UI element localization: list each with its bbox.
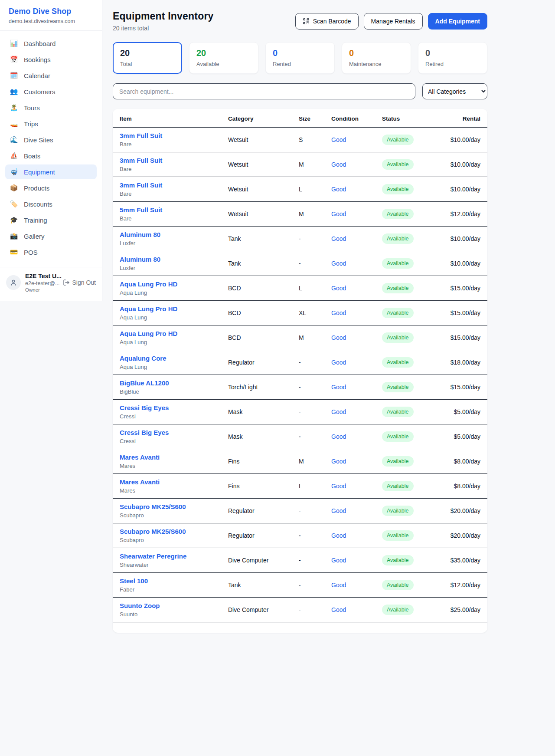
- stat-card-maintenance[interactable]: 0 Maintenance: [342, 42, 411, 74]
- item-rental: $8.00/day: [436, 474, 487, 499]
- item-condition[interactable]: Good: [331, 285, 346, 292]
- item-size: -: [292, 548, 324, 573]
- item-size: -: [292, 350, 324, 375]
- sidebar-item-calendar[interactable]: 🗓️ Calendar: [5, 68, 97, 83]
- sidebar-item-gallery[interactable]: 📸 Gallery: [5, 229, 97, 243]
- item-link[interactable]: Shearwater Peregrine: [120, 552, 214, 560]
- item-size: -: [292, 227, 324, 251]
- user-role: Owner: [25, 287, 59, 293]
- item-condition[interactable]: Good: [331, 235, 346, 242]
- item-condition[interactable]: Good: [331, 606, 346, 613]
- item-condition[interactable]: Good: [331, 458, 346, 465]
- item-condition[interactable]: Good: [331, 309, 346, 316]
- item-condition[interactable]: Good: [331, 532, 346, 539]
- item-brand: Mares: [120, 487, 214, 494]
- sidebar-item-tours[interactable]: 🏝️ Tours: [5, 100, 97, 115]
- manage-rentals-button[interactable]: Manage Rentals: [364, 13, 423, 30]
- item-link[interactable]: Aluminum 80: [120, 231, 214, 238]
- sidebar-item-bookings[interactable]: 📅 Bookings: [5, 52, 97, 67]
- item-size: -: [292, 573, 324, 598]
- item-category: Tank: [221, 573, 292, 598]
- item-brand: Luxfer: [120, 240, 214, 247]
- sidebar-item-customers[interactable]: 👥 Customers: [5, 84, 97, 99]
- item-condition[interactable]: Good: [331, 408, 346, 415]
- item-link[interactable]: Aqua Lung Pro HD: [120, 280, 214, 288]
- item-rental: $15.00/day: [436, 301, 487, 325]
- item-link[interactable]: Cressi Big Eyes: [120, 404, 214, 411]
- category-select[interactable]: All Categories: [422, 83, 487, 99]
- item-link[interactable]: 5mm Full Suit: [120, 206, 214, 214]
- stat-card-rented[interactable]: 0 Rented: [265, 42, 335, 74]
- item-brand: Suunto: [120, 611, 214, 618]
- sidebar-item-discounts[interactable]: 🏷️ Discounts: [5, 197, 97, 211]
- item-condition[interactable]: Good: [331, 210, 346, 217]
- item-link[interactable]: Aqua Lung Pro HD: [120, 305, 214, 312]
- status-badge: Available: [382, 580, 414, 590]
- barcode-icon: [303, 18, 310, 25]
- stat-card-retired[interactable]: 0 Retired: [418, 42, 487, 74]
- page-header-text: Equipment Inventory 20 items total: [113, 10, 214, 32]
- sidebar-item-dive-sites[interactable]: 🌊 Dive Sites: [5, 132, 97, 147]
- item-link[interactable]: Cressi Big Eyes: [120, 429, 214, 436]
- item-link[interactable]: 3mm Full Suit: [120, 181, 214, 189]
- table-row: Aluminum 80 Luxfer Tank - Good Available…: [113, 227, 487, 251]
- item-link[interactable]: Aqua Lung Pro HD: [120, 330, 214, 337]
- item-link[interactable]: Mares Avanti: [120, 454, 214, 461]
- sign-out-button[interactable]: Sign Out: [63, 279, 96, 286]
- stat-label: Rented: [273, 61, 327, 67]
- item-link[interactable]: Aqualung Core: [120, 355, 214, 362]
- stat-card-available[interactable]: 20 Available: [189, 42, 258, 74]
- item-link[interactable]: Mares Avanti: [120, 478, 214, 486]
- sidebar-item-pos[interactable]: 💳 POS: [5, 245, 97, 260]
- user-email: e2e-tester@...: [25, 280, 59, 286]
- search-input[interactable]: [113, 83, 415, 99]
- item-condition[interactable]: Good: [331, 557, 346, 564]
- user-box: E2E Test U... e2e-tester@... Owner Sign …: [0, 267, 102, 299]
- item-size: -: [292, 598, 324, 622]
- item-link[interactable]: 3mm Full Suit: [120, 132, 214, 139]
- scan-barcode-button[interactable]: Scan Barcode: [295, 13, 359, 30]
- item-brand: Luxfer: [120, 265, 214, 271]
- sidebar-item-dashboard[interactable]: 📊 Dashboard: [5, 36, 97, 51]
- item-link[interactable]: Aluminum 80: [120, 256, 214, 263]
- item-rental: $12.00/day: [436, 573, 487, 598]
- item-link[interactable]: Scubapro MK25/S600: [120, 528, 214, 535]
- add-equipment-button[interactable]: Add Equipment: [428, 13, 487, 30]
- sidebar-nav: 📊 Dashboard 📅 Bookings 🗓️ Calendar 👥 Cus…: [0, 31, 102, 264]
- item-condition[interactable]: Good: [331, 186, 346, 193]
- item-size: -: [292, 400, 324, 424]
- item-condition[interactable]: Good: [331, 384, 346, 391]
- item-condition[interactable]: Good: [331, 582, 346, 588]
- item-category: Torch/Light: [221, 375, 292, 400]
- table-row: Aluminum 80 Luxfer Tank - Good Available…: [113, 251, 487, 276]
- item-size: -: [292, 251, 324, 276]
- item-link[interactable]: 3mm Full Suit: [120, 157, 214, 164]
- item-condition[interactable]: Good: [331, 334, 346, 341]
- sidebar-item-products[interactable]: 📦 Products: [5, 181, 97, 195]
- item-brand: Bare: [120, 215, 214, 222]
- item-category: Dive Computer: [221, 548, 292, 573]
- item-condition[interactable]: Good: [331, 136, 346, 143]
- item-link[interactable]: Scubapro MK25/S600: [120, 503, 214, 510]
- stat-card-total[interactable]: 20 Total: [113, 42, 182, 74]
- sidebar-item-label: Customers: [24, 88, 56, 95]
- item-link[interactable]: BigBlue AL1200: [120, 379, 214, 387]
- item-link[interactable]: Suunto Zoop: [120, 602, 214, 609]
- shop-name[interactable]: Demo Dive Shop: [9, 7, 93, 16]
- status-badge: Available: [382, 135, 414, 145]
- sidebar-item-training[interactable]: 🎓 Training: [5, 213, 97, 227]
- sidebar-item-equipment[interactable]: 🤿 Equipment: [5, 164, 97, 179]
- item-condition[interactable]: Good: [331, 433, 346, 440]
- item-brand: Scubapro: [120, 512, 214, 519]
- table-header-row: Item Category Size Condition Status Rent…: [113, 109, 487, 128]
- sidebar-item-label: Equipment: [24, 168, 55, 176]
- item-condition[interactable]: Good: [331, 359, 346, 366]
- item-condition[interactable]: Good: [331, 260, 346, 267]
- item-condition[interactable]: Good: [331, 161, 346, 168]
- item-condition[interactable]: Good: [331, 507, 346, 514]
- item-link[interactable]: Steel 100: [120, 577, 214, 585]
- sidebar-item-boats[interactable]: ⛵ Boats: [5, 148, 97, 163]
- item-condition[interactable]: Good: [331, 483, 346, 490]
- sidebar-item-trips[interactable]: 🚤 Trips: [5, 116, 97, 131]
- add-equipment-label: Add Equipment: [435, 18, 480, 25]
